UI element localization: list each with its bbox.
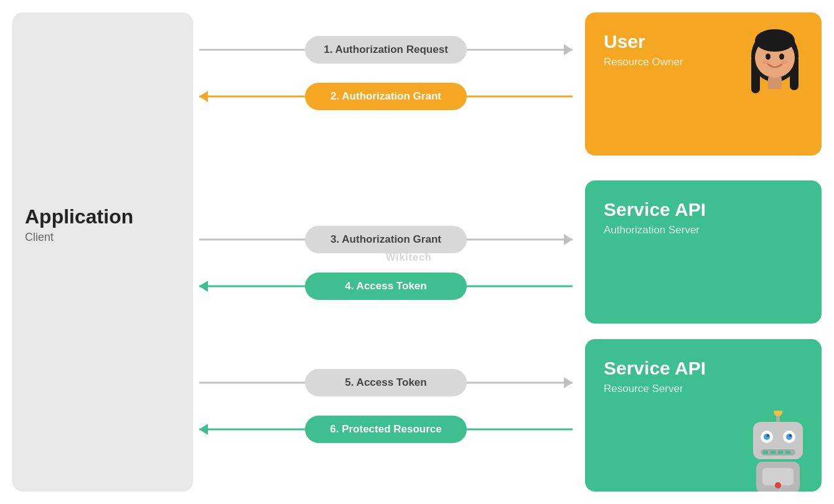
- svg-rect-24: [785, 450, 790, 454]
- arrow-row-4: 5. Access Token: [199, 367, 573, 398]
- arrow-pill-0: 1. Authorization Request: [305, 36, 467, 63]
- arrow-pill-2: 3. Authorization Grant: [305, 226, 467, 253]
- svg-point-19: [789, 434, 792, 437]
- app-label: Application Client: [25, 205, 133, 244]
- resource-server-title: Service API: [604, 358, 803, 379]
- app-title: Application: [25, 205, 133, 228]
- user-panel: User Resource Owner: [585, 12, 822, 156]
- svg-point-10: [755, 29, 795, 52]
- svg-rect-21: [763, 450, 768, 454]
- svg-point-6: [766, 54, 771, 60]
- arrowhead-0: [564, 44, 573, 55]
- arrow-pill-5: 6. Protected Resource: [305, 416, 467, 443]
- auth-server-panel: Service API Authorization Server: [585, 180, 822, 324]
- user-avatar: [741, 22, 809, 103]
- arrow-row-1: 2. Authorization Grant: [199, 81, 573, 112]
- arrow-pill-3: 4. Access Token: [305, 273, 467, 300]
- app-subtitle: Client: [25, 231, 133, 244]
- arrowhead-2: [564, 234, 573, 245]
- arrowhead-5: [199, 424, 208, 435]
- svg-rect-3: [768, 77, 782, 90]
- arrowhead-4: [564, 377, 573, 388]
- svg-point-12: [774, 411, 782, 416]
- arrow-row-0: 1. Authorization Request: [199, 34, 573, 65]
- resource-server-panel: Service API Resource Server: [585, 339, 822, 492]
- robot-avatar: [741, 411, 815, 492]
- arrow-row-5: 6. Protected Resource: [199, 414, 573, 445]
- svg-point-7: [779, 54, 784, 60]
- arrowhead-1: [199, 91, 208, 102]
- svg-point-17: [786, 434, 792, 440]
- svg-point-8: [762, 60, 769, 64]
- arrow-row-3: 4. Access Token: [199, 271, 573, 302]
- svg-point-29: [775, 482, 781, 488]
- svg-rect-23: [778, 450, 783, 454]
- auth-server-subtitle: Authorization Server: [604, 224, 803, 236]
- svg-point-9: [781, 60, 787, 64]
- svg-point-16: [764, 434, 770, 440]
- arrow-pill-1: 2. Authorization Grant: [305, 83, 467, 110]
- svg-point-18: [767, 434, 769, 437]
- resource-server-subtitle: Resource Server: [604, 383, 803, 395]
- auth-server-title: Service API: [604, 199, 803, 220]
- arrowhead-3: [199, 281, 208, 292]
- arrow-pill-4: 5. Access Token: [305, 369, 467, 396]
- arrow-row-2: 3. Authorization Grant: [199, 224, 573, 255]
- svg-rect-22: [771, 450, 775, 454]
- left-client-panel: [12, 12, 193, 492]
